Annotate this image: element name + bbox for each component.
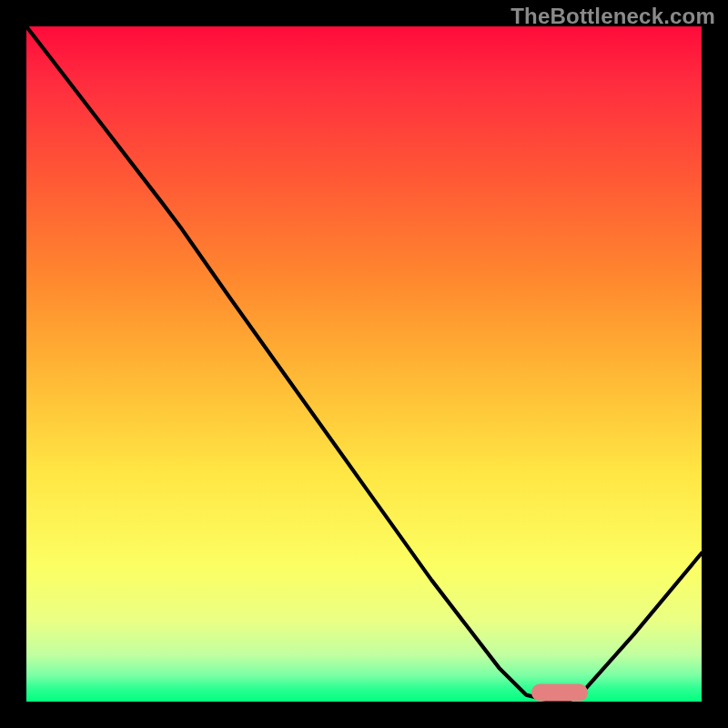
plot-area [26,26,702,702]
watermark-text: TheBottleneck.com [511,4,715,29]
chart-frame: TheBottleneck.com [0,0,728,728]
curve-path [26,26,702,702]
bottleneck-curve [26,26,702,702]
sweet-spot-marker [531,684,588,702]
